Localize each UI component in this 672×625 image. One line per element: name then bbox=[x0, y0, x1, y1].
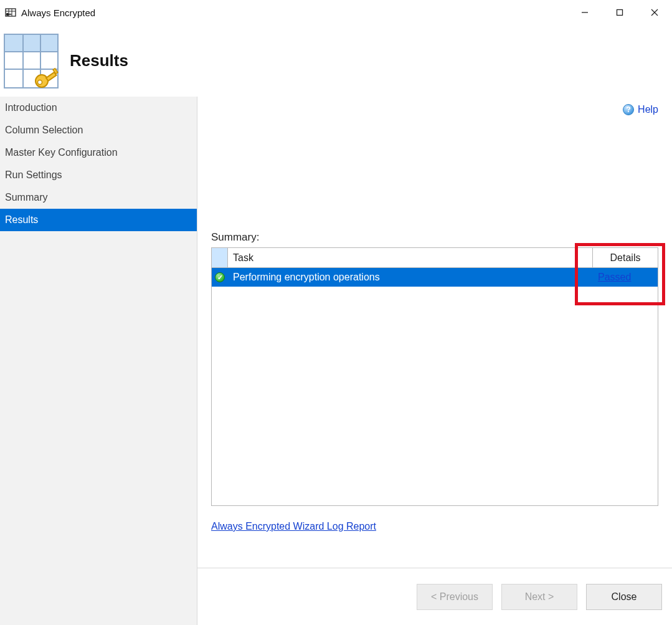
column-header-task[interactable]: Task bbox=[228, 248, 593, 268]
wizard-header: Results bbox=[0, 25, 672, 97]
previous-button: < Previous bbox=[417, 584, 493, 610]
svg-rect-12 bbox=[46, 72, 57, 80]
success-icon: ✓ bbox=[215, 272, 225, 282]
svg-rect-5 bbox=[9, 14, 12, 15]
close-wizard-button[interactable]: Close bbox=[586, 584, 662, 610]
results-grid: Task Details ✓ Performing encryption ope… bbox=[211, 247, 658, 506]
sidebar-item-label: Results bbox=[5, 214, 38, 226]
sidebar-item-column-selection[interactable]: Column Selection bbox=[0, 119, 197, 141]
wizard-header-icon bbox=[4, 34, 59, 88]
task-text: Performing encryption operations bbox=[233, 272, 380, 283]
status-icon-cell: ✓ bbox=[212, 268, 228, 287]
column-header-details[interactable]: Details bbox=[593, 248, 658, 268]
app-icon bbox=[5, 7, 16, 18]
close-button[interactable] bbox=[637, 0, 672, 25]
summary-label: Summary: bbox=[211, 231, 658, 244]
sidebar-item-summary[interactable]: Summary bbox=[0, 186, 197, 209]
sidebar-item-label: Run Settings bbox=[5, 169, 62, 181]
table-row[interactable]: ✓ Performing encryption operations Passe… bbox=[212, 268, 658, 287]
sidebar-item-master-key-configuration[interactable]: Master Key Configuration bbox=[0, 141, 197, 164]
maximize-button[interactable] bbox=[602, 0, 637, 25]
help-icon: ? bbox=[623, 104, 634, 115]
svg-point-11 bbox=[38, 80, 42, 84]
titlebar: Always Encrypted bbox=[0, 0, 672, 25]
sidebar-item-label: Introduction bbox=[5, 102, 57, 113]
next-button: Next > bbox=[501, 584, 577, 610]
sidebar-item-label: Master Key Configuration bbox=[5, 147, 118, 158]
log-report-link[interactable]: Always Encrypted Wizard Log Report bbox=[211, 521, 658, 532]
sidebar-item-label: Column Selection bbox=[5, 125, 83, 136]
help-label: Help bbox=[638, 104, 658, 115]
details-link[interactable]: Passed bbox=[598, 272, 631, 283]
sidebar-item-run-settings[interactable]: Run Settings bbox=[0, 164, 197, 186]
results-grid-header: Task Details bbox=[212, 248, 658, 268]
main-panel: ? Help Summary: Task Details ✓ bbox=[197, 97, 672, 625]
wizard-footer: < Previous Next > Close bbox=[197, 568, 672, 625]
wizard-nav-sidebar: Introduction Column Selection Master Key… bbox=[0, 97, 197, 625]
svg-rect-7 bbox=[617, 10, 623, 16]
key-icon bbox=[32, 64, 60, 91]
sidebar-item-introduction[interactable]: Introduction bbox=[0, 97, 197, 119]
sidebar-item-results[interactable]: Results bbox=[0, 209, 197, 231]
grid-corner-cell bbox=[212, 248, 228, 268]
sidebar-item-label: Summary bbox=[5, 192, 47, 203]
help-link[interactable]: ? Help bbox=[623, 104, 658, 115]
minimize-button[interactable] bbox=[567, 0, 602, 25]
window-controls bbox=[567, 0, 672, 25]
window-title: Always Encrypted bbox=[21, 7, 95, 18]
task-cell: Performing encryption operations bbox=[228, 268, 593, 287]
page-title: Results bbox=[70, 51, 128, 70]
details-cell: Passed bbox=[593, 268, 658, 287]
